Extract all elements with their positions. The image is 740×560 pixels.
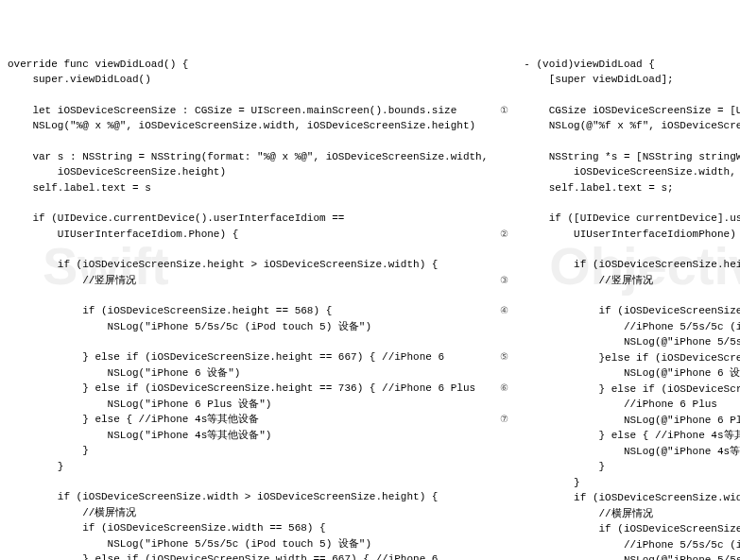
code-line [8, 88, 508, 103]
code-columns: Swift override func viewDidLoad() { supe… [0, 0, 740, 560]
code-line: NSLog(@"iPhone 6 设备"); [524, 365, 740, 382]
code-line: iOSDeviceScreenSize.height) [8, 164, 508, 180]
code-text: override func viewDidLoad() { [8, 57, 488, 73]
code-line: self.label.text = s [8, 180, 508, 196]
annotation-marker: ⑦ [491, 412, 508, 426]
code-text: //iPhone 6 Plus [524, 397, 740, 413]
code-line: if (iOSDeviceScreenSize.height == 568) {… [8, 303, 508, 319]
code-line: } [524, 475, 740, 491]
code-text: CGSize iOSDeviceScreenSize = [UIScreen m… [524, 103, 740, 119]
code-text: } [524, 459, 740, 475]
code-text: NSLog("iPhone 6 设备") [8, 365, 488, 382]
code-line: if (iOSDeviceScreenSize.height > iOSDevi… [524, 257, 740, 273]
code-text: if ([UIDevice currentDevice].userInterfa… [524, 211, 740, 227]
code-line: //横屏情况 [8, 505, 508, 521]
code-text: super.viewDidLoad() [8, 72, 488, 88]
code-line: } [8, 459, 508, 475]
code-line: //iPhone 5/5s/5c (iPod touch 5) 设备 [524, 537, 740, 553]
code-line: NSLog(@"iPhone 5/5s/5c (iPod touch 5) 设备… [524, 552, 740, 560]
code-line [8, 474, 508, 489]
code-line: } else { //iPhone 4s等其他设备⑦ [8, 412, 508, 428]
code-line: if (iOSDeviceScreenSize.height == 568) {… [524, 303, 740, 319]
code-line [524, 242, 740, 257]
code-text: //横屏情况 [524, 506, 740, 522]
code-text: NSLog(@"%f x %f", iOSDeviceScreenSize.wi… [524, 118, 740, 134]
code-text: if (iOSDeviceScreenSize.width == 568) { [8, 520, 488, 536]
code-text: } [8, 443, 488, 459]
annotation-marker: ⑥ [491, 381, 508, 395]
code-text: [super viewDidLoad]; [524, 72, 740, 88]
code-line: NSLog("iPhone 6 Plus 设备") [8, 397, 508, 413]
code-line: if (UIDevice.currentDevice().userInterfa… [8, 211, 508, 227]
code-line: if (iOSDeviceScreenSize.width == 568) { [8, 520, 508, 536]
code-line [8, 242, 508, 257]
code-line [8, 288, 508, 303]
code-line: iOSDeviceScreenSize.width, iOSDeviceScre… [524, 164, 740, 180]
code-text: NSLog(@"iPhone 6 设备"); [524, 365, 740, 382]
code-text: } else { //iPhone 4s等其他设备 [8, 412, 488, 428]
code-text: NSLog("iPhone 6 Plus 设备") [8, 397, 488, 413]
code-text: NSLog(@"iPhone 6 Plus 设备"); [524, 413, 740, 429]
code-text: if (iOSDeviceScreenSize.height > iOSDevi… [524, 257, 740, 273]
code-text: UIUserInterfaceIdiom.Phone) { [8, 227, 488, 243]
code-text: } else { //iPhone 4s等其他设备 [524, 428, 740, 444]
code-text: //横屏情况 [8, 505, 488, 521]
code-line [524, 195, 740, 211]
code-line: //iPhone 6 Plus [524, 397, 740, 413]
code-line [524, 134, 740, 149]
code-line: } else if (iOSDeviceScreenSize.height ==… [8, 349, 508, 365]
code-line: //竖屏情况③ [524, 273, 740, 289]
code-line: NSLog(@"iPhone 6 Plus 设备");⑦ [524, 413, 740, 429]
code-line: } else if (iOSDeviceScreenSize.width == … [8, 552, 508, 560]
code-line: NSString *s = [NSString stringWithFormat… [524, 149, 740, 165]
code-line [524, 288, 740, 303]
code-line: } [8, 443, 508, 459]
code-text: //竖屏情况 [8, 273, 488, 289]
code-line: //横屏情况 [524, 506, 740, 522]
annotation-marker: ③ [491, 273, 508, 287]
code-line: let iOSDeviceScreenSize : CGSize = UIScr… [8, 103, 508, 119]
code-line: NSLog(@"iPhone 4s等其他设备"); [524, 444, 740, 460]
code-line: NSLog("iPhone 5/5s/5c (iPod touch 5) 设备"… [8, 536, 508, 552]
code-line: override func viewDidLoad() { [8, 57, 508, 73]
code-text: self.label.text = s; [524, 180, 740, 196]
objc-code: - (void)viewDidLoad { [super viewDidLoad… [524, 57, 740, 561]
code-line: //竖屏情况③ [8, 273, 508, 289]
code-line: NSLog("%@ x %@", iOSDeviceScreenSize.wid… [8, 118, 508, 134]
code-line: CGSize iOSDeviceScreenSize = [UIScreen m… [524, 103, 740, 119]
code-text: } else if (iOSDeviceScreenSize.height ==… [8, 349, 488, 365]
code-line: self.label.text = s; [524, 180, 740, 196]
code-line: NSLog(@"iPhone 5/5s/5c (iPod touch 5) 设备… [524, 334, 740, 350]
code-text: if (iOSDeviceScreenSize.height == 568) { [524, 303, 740, 319]
code-text: NSLog("iPhone 4s等其他设备") [8, 428, 488, 444]
code-line [524, 88, 740, 103]
code-text: } else if (iOSDeviceScreenSize.height ==… [8, 381, 488, 397]
code-text: if (iOSDeviceScreenSize.height > iOSDevi… [8, 257, 488, 273]
code-text: NSLog(@"iPhone 5/5s/5c (iPod touch 5) 设备… [524, 552, 740, 560]
code-line: var s : NSString = NSString(format: "%@ … [8, 149, 508, 165]
annotation-marker: ① [491, 103, 508, 117]
annotation-marker: ⑤ [491, 349, 508, 364]
code-text: NSLog("iPhone 5/5s/5c (iPod touch 5) 设备"… [8, 536, 488, 552]
code-text: UIUserInterfaceIdiomPhone) { [524, 227, 740, 243]
code-line [8, 134, 508, 149]
code-line [8, 195, 508, 211]
code-line [8, 334, 508, 349]
swift-column: Swift override func viewDidLoad() { supe… [0, 0, 516, 560]
code-line: }else if (iOSDeviceScreenSize.height == … [524, 350, 740, 366]
code-line: } else if (iOSDeviceScreenSize.height ==… [524, 382, 740, 398]
code-line: if (iOSDeviceScreenSize.width == 568) { [524, 521, 740, 537]
code-text: if (iOSDeviceScreenSize.width > iOSDevic… [8, 489, 488, 505]
code-text: NSLog("iPhone 5/5s/5c (iPod touch 5) 设备"… [8, 319, 488, 335]
code-line: NSLog("iPhone 5/5s/5c (iPod touch 5) 设备"… [8, 319, 508, 335]
code-text: } [524, 475, 740, 491]
code-text: //iPhone 5/5s/5c (iPod touch 5) 设备 [524, 537, 740, 553]
code-line: NSLog("iPhone 4s等其他设备") [8, 428, 508, 444]
code-line: //iPhone 5/5s/5c (iPod touch 5) 设备 [524, 319, 740, 335]
code-line: UIUserInterfaceIdiomPhone) {② [524, 227, 740, 243]
code-text: var s : NSString = NSString(format: "%@ … [8, 149, 488, 165]
code-text: - (void)viewDidLoad { [524, 57, 740, 73]
code-text: iOSDeviceScreenSize.height) [8, 164, 488, 180]
code-text: } else if (iOSDeviceScreenSize.width == … [8, 552, 488, 560]
code-text: let iOSDeviceScreenSize : CGSize = UIScr… [8, 103, 488, 119]
